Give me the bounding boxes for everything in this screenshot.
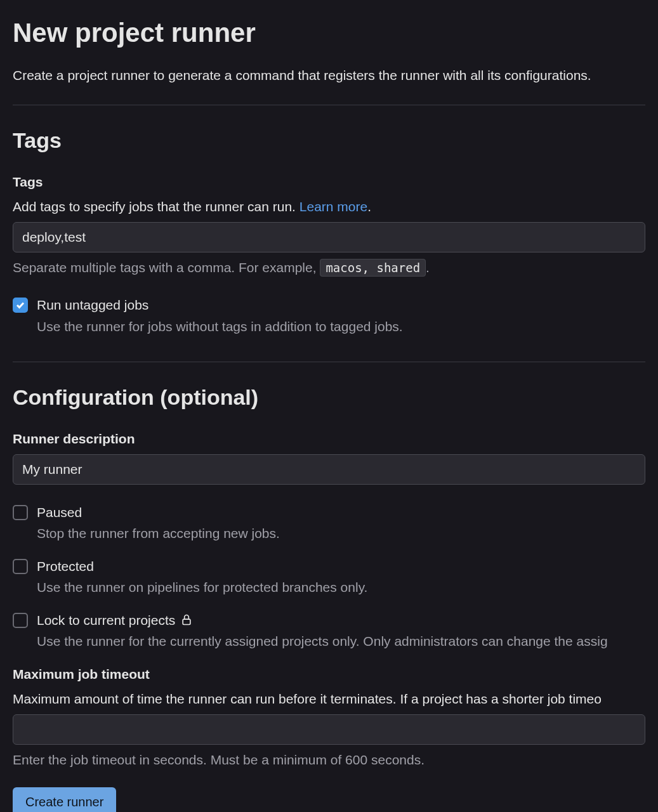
description-label: Runner description — [13, 429, 645, 449]
timeout-hint-above: Maximum amount of time the runner can ru… — [13, 689, 645, 709]
svg-rect-0 — [183, 619, 190, 624]
lock-label-text: Lock to current projects — [37, 610, 175, 631]
protected-desc: Use the runner on pipelines for protecte… — [37, 577, 645, 598]
run-untagged-row: Run untagged jobs Use the runner for job… — [13, 295, 645, 336]
lock-desc: Use the runner for the currently assigne… — [37, 631, 645, 652]
tags-section: Tags Tags Add tags to specify jobs that … — [13, 124, 645, 337]
paused-label: Paused — [37, 502, 645, 523]
divider — [13, 362, 645, 362]
page-description: Create a project runner to generate a co… — [13, 65, 645, 86]
paused-checkbox[interactable] — [13, 505, 28, 520]
protected-label: Protected — [37, 556, 645, 577]
tags-hint-below-text: Separate multiple tags with a comma. For… — [13, 260, 320, 275]
checkmark-icon — [15, 300, 25, 310]
tags-hint-text: Add tags to specify jobs that the runner… — [13, 199, 299, 214]
tags-hint: Add tags to specify jobs that the runner… — [13, 197, 645, 217]
paused-row: Paused Stop the runner from accepting ne… — [13, 502, 645, 544]
paused-desc: Stop the runner from accepting new jobs. — [37, 523, 645, 544]
protected-row: Protected Use the runner on pipelines fo… — [13, 556, 645, 598]
tags-hint-below: Separate multiple tags with a comma. For… — [13, 258, 645, 278]
lock-checkbox[interactable] — [13, 613, 28, 628]
create-runner-button[interactable]: Create runner — [13, 787, 116, 812]
lock-icon — [180, 613, 193, 626]
lock-label: Lock to current projects — [37, 610, 645, 631]
timeout-input[interactable] — [13, 714, 645, 745]
lock-row: Lock to current projects Use the runner … — [13, 610, 645, 652]
tags-field-label: Tags — [13, 172, 645, 192]
config-header: Configuration (optional) — [13, 381, 645, 414]
learn-more-link[interactable]: Learn more — [299, 199, 367, 214]
timeout-label: Maximum job timeout — [13, 664, 645, 684]
description-input[interactable] — [13, 454, 645, 485]
tags-input[interactable] — [13, 222, 645, 252]
run-untagged-desc: Use the runner for jobs without tags in … — [37, 317, 645, 337]
tags-example-code: macos, shared — [320, 259, 426, 277]
divider — [13, 105, 645, 105]
run-untagged-label: Run untagged jobs — [37, 295, 645, 315]
run-untagged-checkbox[interactable] — [13, 298, 28, 313]
page-title: New project runner — [13, 13, 645, 53]
config-section: Configuration (optional) Runner descript… — [13, 381, 645, 812]
timeout-hint-below: Enter the job timeout in seconds. Must b… — [13, 750, 645, 770]
protected-checkbox[interactable] — [13, 559, 28, 574]
tags-header: Tags — [13, 124, 645, 157]
